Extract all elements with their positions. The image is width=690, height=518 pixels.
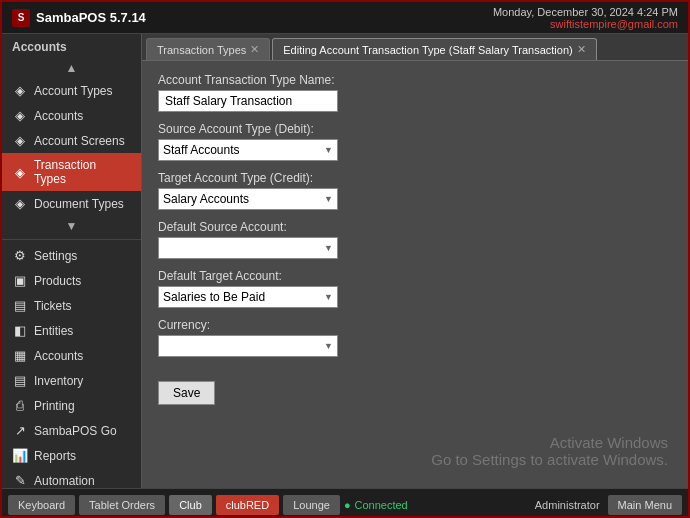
tab-label: Transaction Types	[157, 44, 246, 56]
sidebar-item-transaction-types[interactable]: ◈ Transaction Types	[2, 153, 141, 191]
main-menu-button[interactable]: Main Menu	[608, 495, 682, 515]
sidebar-item-label: Printing	[34, 399, 75, 413]
sidebar-item-account-types[interactable]: ◈ Account Types	[2, 78, 141, 103]
sidebar-item-account-screens[interactable]: ◈ Account Screens	[2, 128, 141, 153]
sidebar-item-label: Transaction Types	[34, 158, 131, 186]
watermark: Activate Windows Go to Settings to activ…	[431, 434, 668, 468]
title-bar: S SambaPOS 5.7.14 Monday, December 30, 2…	[2, 2, 688, 34]
sidebar-item-label: Products	[34, 274, 81, 288]
source-select[interactable]: Staff Accounts	[158, 139, 338, 161]
form-target-row: Target Account Type (Credit): Salary Acc…	[158, 171, 672, 210]
sidebar-item-accounts[interactable]: ◈ Accounts	[2, 103, 141, 128]
keyboard-button[interactable]: Keyboard	[8, 495, 75, 515]
tab-label: Editing Account Transaction Type (Staff …	[283, 44, 572, 56]
currency-select-wrapper	[158, 335, 338, 357]
sidebar: Accounts ▲ ◈ Account Types ◈ Accounts ◈ …	[2, 34, 142, 488]
target-select-wrapper: Salary Accounts	[158, 188, 338, 210]
bottom-right: Administrator Main Menu	[535, 495, 682, 515]
name-label: Account Transaction Type Name:	[158, 73, 672, 87]
accounts-nav-icon: ▦	[12, 348, 28, 363]
watermark-line2: Go to Settings to activate Windows.	[431, 451, 668, 468]
sidebar-item-label: Account Types	[34, 84, 113, 98]
watermark-line1: Activate Windows	[431, 434, 668, 451]
status-dot: ●	[344, 499, 351, 511]
currency-label: Currency:	[158, 318, 672, 332]
printing-icon: ⎙	[12, 398, 28, 413]
app-icon: S	[12, 9, 30, 27]
sidebar-item-inventory[interactable]: ▤ Inventory	[2, 368, 141, 393]
sidebar-item-automation[interactable]: ✎ Automation	[2, 468, 141, 488]
panel: Account Transaction Type Name: Source Ac…	[142, 61, 688, 488]
bottom-left: Keyboard Tablet Orders Club clubRED Loun…	[8, 495, 408, 515]
form-name-row: Account Transaction Type Name:	[158, 73, 672, 112]
form-currency-row: Currency:	[158, 318, 672, 357]
default-target-label: Default Target Account:	[158, 269, 672, 283]
tab-close-editing[interactable]: ✕	[577, 43, 586, 56]
sidebar-item-entities[interactable]: ◧ Entities	[2, 318, 141, 343]
sidebar-item-label: Tickets	[34, 299, 72, 313]
sidebar-item-label: Inventory	[34, 374, 83, 388]
title-bar-left: S SambaPOS 5.7.14	[12, 9, 146, 27]
entities-icon: ◧	[12, 323, 28, 338]
source-label: Source Account Type (Debit):	[158, 122, 672, 136]
sidebar-item-accounts-nav[interactable]: ▦ Accounts	[2, 343, 141, 368]
form-source-row: Source Account Type (Debit): Staff Accou…	[158, 122, 672, 161]
tab-close-transaction-types[interactable]: ✕	[250, 43, 259, 56]
lounge-button[interactable]: Lounge	[283, 495, 340, 515]
sidebar-item-label: Accounts	[34, 349, 83, 363]
sidebar-collapse-btn-2[interactable]: ▼	[2, 216, 141, 236]
club-button[interactable]: Club	[169, 495, 212, 515]
user-email: swiftistempire@gmail.com	[493, 18, 678, 30]
sidebar-item-document-types[interactable]: ◈ Document Types	[2, 191, 141, 216]
accounts-icon: ◈	[12, 108, 28, 123]
save-button[interactable]: Save	[158, 381, 215, 405]
default-source-label: Default Source Account:	[158, 220, 672, 234]
form-default-source-row: Default Source Account:	[158, 220, 672, 259]
automation-icon: ✎	[12, 473, 28, 488]
settings-icon: ⚙	[12, 248, 28, 263]
tab-transaction-types[interactable]: Transaction Types ✕	[146, 38, 270, 60]
sidebar-section-header: Accounts	[2, 34, 141, 58]
sidebar-item-settings[interactable]: ⚙ Settings	[2, 243, 141, 268]
default-target-select[interactable]: Salaries to Be Paid	[158, 286, 338, 308]
main-layout: Accounts ▲ ◈ Account Types ◈ Accounts ◈ …	[2, 34, 688, 488]
sidebar-item-label: Document Types	[34, 197, 124, 211]
transaction-types-icon: ◈	[12, 165, 28, 180]
sidebar-item-tickets[interactable]: ▤ Tickets	[2, 293, 141, 318]
source-select-wrapper: Staff Accounts	[158, 139, 338, 161]
reports-icon: 📊	[12, 448, 28, 463]
tablet-orders-button[interactable]: Tablet Orders	[79, 495, 165, 515]
sidebar-item-sambapos-go[interactable]: ↗ SambaPOS Go	[2, 418, 141, 443]
title-bar-right: Monday, December 30, 2024 4:24 PM swifti…	[493, 6, 678, 30]
products-icon: ▣	[12, 273, 28, 288]
sidebar-item-label: Accounts	[34, 109, 83, 123]
target-select[interactable]: Salary Accounts	[158, 188, 338, 210]
default-source-select-wrapper	[158, 237, 338, 259]
target-label: Target Account Type (Credit):	[158, 171, 672, 185]
clubred-button[interactable]: clubRED	[216, 495, 279, 515]
sidebar-divider	[2, 239, 141, 240]
sambapos-go-icon: ↗	[12, 423, 28, 438]
admin-label: Administrator	[535, 499, 600, 511]
datetime: Monday, December 30, 2024 4:24 PM	[493, 6, 678, 18]
default-source-select[interactable]	[158, 237, 338, 259]
sidebar-item-printing[interactable]: ⎙ Printing	[2, 393, 141, 418]
sidebar-item-reports[interactable]: 📊 Reports	[2, 443, 141, 468]
content-area: Transaction Types ✕ Editing Account Tran…	[142, 34, 688, 488]
sidebar-collapse-btn[interactable]: ▲	[2, 58, 141, 78]
sidebar-item-label: Automation	[34, 474, 95, 488]
default-target-select-wrapper: Salaries to Be Paid	[158, 286, 338, 308]
status-label: Connected	[355, 499, 408, 511]
document-types-icon: ◈	[12, 196, 28, 211]
sidebar-item-products[interactable]: ▣ Products	[2, 268, 141, 293]
sidebar-item-label: Settings	[34, 249, 77, 263]
tabs-bar: Transaction Types ✕ Editing Account Tran…	[142, 34, 688, 61]
bottom-bar: Keyboard Tablet Orders Club clubRED Loun…	[2, 488, 688, 518]
currency-select[interactable]	[158, 335, 338, 357]
sidebar-item-label: Reports	[34, 449, 76, 463]
sidebar-item-label: Account Screens	[34, 134, 125, 148]
sidebar-item-label: Entities	[34, 324, 73, 338]
name-input[interactable]	[158, 90, 338, 112]
tickets-icon: ▤	[12, 298, 28, 313]
tab-editing[interactable]: Editing Account Transaction Type (Staff …	[272, 38, 596, 60]
